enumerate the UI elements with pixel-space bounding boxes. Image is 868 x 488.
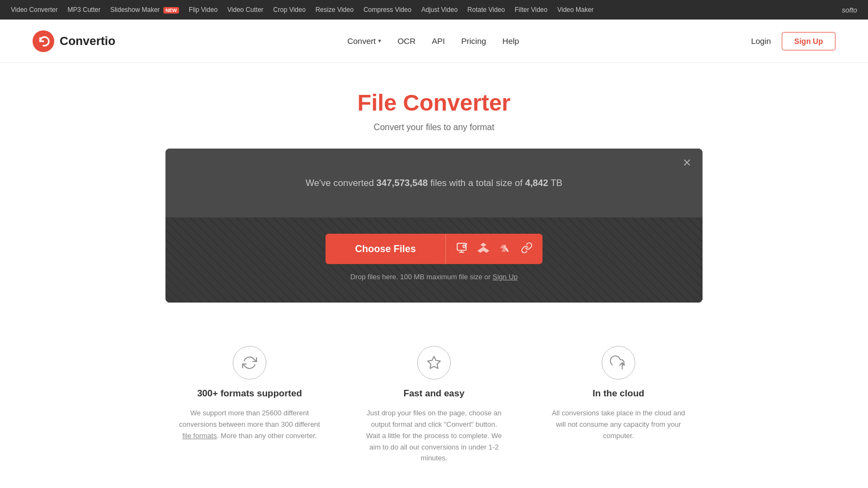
topbar-link-slideshow-maker[interactable]: Slideshow Maker NEW	[110, 6, 179, 14]
close-button[interactable]: ✕	[682, 157, 692, 168]
drop-hint: Drop files here. 100 MB maximum file siz…	[350, 273, 518, 281]
topbar-links: Video Converter MP3 Cutter Slideshow Mak…	[11, 6, 593, 14]
nav-api[interactable]: API	[432, 36, 445, 46]
logo[interactable]: Convertio	[33, 30, 116, 52]
dropbox-icon[interactable]	[477, 242, 489, 256]
nav-convert[interactable]: Convert ▾	[347, 36, 381, 46]
login-button[interactable]: Login	[751, 36, 771, 46]
topbar-brand: softo	[842, 6, 857, 14]
topbar-link-filter-video[interactable]: Filter Video	[515, 6, 547, 14]
choose-files-button[interactable]: Choose Files	[326, 234, 445, 264]
feature-title-formats: 300+ formats supported	[197, 388, 302, 399]
hero-subtitle: Convert your files to any format	[11, 123, 857, 132]
topbar-link-flip-video[interactable]: Flip Video	[189, 6, 218, 14]
formats-icon-wrap	[233, 346, 266, 380]
feature-title-fast: Fast and easy	[404, 388, 464, 399]
feature-desc-formats: We support more than 25600 different con…	[179, 408, 320, 441]
refresh-icon	[242, 355, 257, 370]
svg-marker-4	[427, 357, 440, 369]
logo-icon	[33, 30, 54, 52]
topbar-link-mp3-cutter[interactable]: MP3 Cutter	[68, 6, 101, 14]
choose-files-row: Choose Files	[326, 234, 542, 264]
signup-button[interactable]: Sign Up	[782, 32, 835, 50]
stats-text: We've converted 347,573,548 files with a…	[187, 176, 681, 190]
feature-formats: 300+ formats supported We support more t…	[179, 346, 320, 464]
chevron-down-icon: ▾	[378, 37, 381, 44]
file-source-icons	[445, 234, 542, 264]
topbar-link-video-converter[interactable]: Video Converter	[11, 6, 58, 14]
nav-ocr[interactable]: OCR	[398, 36, 416, 46]
device-files-icon[interactable]	[456, 242, 468, 256]
upload-section: ✕ We've converted 347,573,548 files with…	[0, 149, 868, 313]
topbar-link-video-maker[interactable]: Video Maker	[557, 6, 593, 14]
upload-stats-area: We've converted 347,573,548 files with a…	[165, 149, 703, 217]
url-link-icon[interactable]	[521, 242, 533, 256]
feature-title-cloud: In the cloud	[592, 388, 644, 399]
signup-link[interactable]: Sign Up	[493, 273, 518, 281]
topbar-link-compress-video[interactable]: Compress Video	[363, 6, 412, 14]
topbar: Video Converter MP3 Cutter Slideshow Mak…	[0, 0, 868, 20]
feature-desc-cloud: All conversions take place in the cloud …	[548, 408, 689, 441]
topbar-link-resize-video[interactable]: Resize Video	[315, 6, 354, 14]
cloud-upload-icon	[610, 355, 627, 370]
main-nav: Convert ▾ OCR API Pricing Help	[347, 36, 519, 46]
upload-controls-area: Choose Files	[165, 217, 703, 303]
google-drive-icon[interactable]	[499, 242, 511, 256]
topbar-link-video-cutter[interactable]: Video Cutter	[227, 6, 264, 14]
nav-help[interactable]: Help	[502, 36, 519, 46]
topbar-link-crop-video[interactable]: Crop Video	[273, 6, 306, 14]
topbar-link-rotate-video[interactable]: Rotate Video	[468, 6, 505, 14]
file-formats-link[interactable]: file formats	[182, 432, 217, 440]
logo-text: Convertio	[60, 34, 116, 48]
header-actions: Login Sign Up	[751, 32, 835, 50]
star-icon	[426, 355, 442, 370]
hero-section: File Converter Convert your files to any…	[0, 63, 868, 149]
upload-box: ✕ We've converted 347,573,548 files with…	[165, 149, 703, 303]
features-section: 300+ formats supported We support more t…	[0, 313, 868, 486]
new-badge: NEW	[163, 7, 179, 14]
hero-title: File Converter	[11, 90, 857, 116]
cloud-icon-wrap	[602, 346, 635, 380]
feature-cloud: In the cloud All conversions take place …	[548, 346, 689, 464]
feature-fast: Fast and easy Just drop your files on th…	[363, 346, 505, 464]
fast-icon-wrap	[417, 346, 451, 380]
nav-pricing[interactable]: Pricing	[461, 36, 486, 46]
topbar-link-adjust-video[interactable]: Adjust Video	[421, 6, 457, 14]
feature-desc-fast: Just drop your files on the page, choose…	[363, 408, 505, 464]
header: Convertio Convert ▾ OCR API Pricing Help…	[0, 20, 868, 63]
